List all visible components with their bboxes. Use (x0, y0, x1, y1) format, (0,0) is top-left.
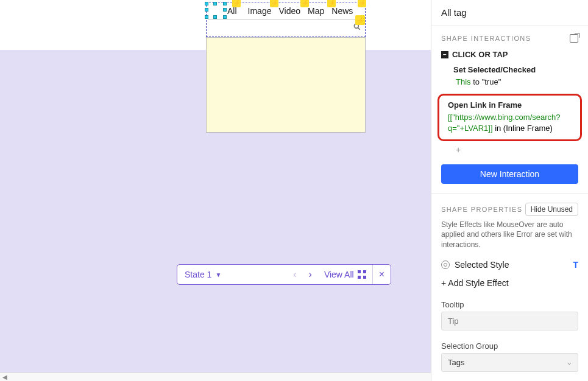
interaction-event-row[interactable]: − CLICK OR TAP (431, 47, 588, 61)
state-bar: State 1 ▼ ‹ › View All × (177, 264, 391, 285)
collapse-icon[interactable]: − (441, 51, 448, 58)
chevron-down-icon: ⌵ (567, 358, 572, 366)
highlighted-interaction[interactable]: Open Link in Frame [["https://www.bing.c… (437, 94, 582, 141)
panel-title: All tag (431, 0, 588, 26)
target-icon (441, 260, 450, 269)
svg-line-1 (358, 27, 360, 29)
popout-icon[interactable] (570, 34, 578, 43)
search-row[interactable] (208, 19, 364, 35)
inline-frame-placeholder[interactable] (206, 37, 366, 133)
selection-group-select[interactable]: Tags ⌵ (441, 353, 578, 372)
interaction-action-name[interactable]: Set Selected/Checked (431, 61, 588, 75)
state-selector[interactable]: State 1 ▼ (177, 270, 287, 279)
state-name-label: State 1 (185, 270, 211, 279)
interaction-target: This (456, 77, 471, 86)
scroll-left-icon: ◀ (2, 374, 7, 380)
tab-news[interactable]: News (328, 5, 356, 17)
lightning-icon (358, 0, 366, 7)
grid-icon (358, 270, 366, 279)
interactions-section-header: SHAPE INTERACTIONS (431, 26, 588, 47)
properties-section-label: SHAPE PROPERTIES (441, 206, 522, 213)
tooltip-input[interactable] (441, 312, 578, 330)
properties-section-header: SHAPE PROPERTIES Hide Unused (431, 194, 588, 220)
selected-style-row[interactable]: Selected Style T (431, 256, 588, 273)
horizontal-scrollbar[interactable]: ◀ (0, 372, 431, 381)
interaction-event-label: CLICK OR TAP (452, 50, 508, 59)
add-style-effect-button[interactable]: + Add Style Effect (431, 273, 588, 295)
prev-state-button[interactable]: ‹ (291, 269, 299, 280)
tab-video[interactable]: Video (275, 5, 304, 17)
hide-unused-button[interactable]: Hide Unused (525, 203, 578, 216)
tab-map[interactable]: Map (304, 5, 328, 17)
new-interaction-button[interactable]: New Interaction (441, 164, 578, 184)
lightning-icon (355, 15, 365, 25)
interaction-action-name: Open Link in Frame (448, 100, 574, 110)
view-all-button[interactable]: View All (322, 270, 369, 279)
add-action-button[interactable]: + (431, 144, 588, 158)
tab-bar-widget[interactable]: All Image Video Map News (206, 2, 366, 37)
view-all-label: View All (324, 270, 354, 279)
text-style-icon[interactable]: T (573, 260, 578, 270)
tooltip-label: Tooltip (431, 295, 588, 312)
properties-description: Style Effects like MouseOver are auto ap… (431, 220, 588, 256)
selection-group-value: Tags (448, 358, 464, 367)
interaction-action-detail: [["https://www.bing.com/search?q="+LVAR1… (448, 112, 574, 134)
selection-group-label: Selection Group (431, 337, 588, 353)
selection-handles[interactable] (207, 4, 225, 17)
close-state-bar-button[interactable]: × (372, 265, 391, 284)
selected-style-label: Selected Style (455, 260, 509, 270)
next-state-button[interactable]: › (306, 269, 314, 280)
interactions-section-label: SHAPE INTERACTIONS (441, 35, 531, 42)
interaction-action-detail: This to "true" (431, 75, 588, 91)
canvas-area: All Image Video Map News State 1 ▼ ‹ › (0, 0, 431, 381)
lightning-icon (232, 0, 241, 7)
inspector-panel: All tag SHAPE INTERACTIONS − CLICK OR TA… (431, 0, 588, 381)
chevron-down-icon: ▼ (215, 271, 221, 278)
